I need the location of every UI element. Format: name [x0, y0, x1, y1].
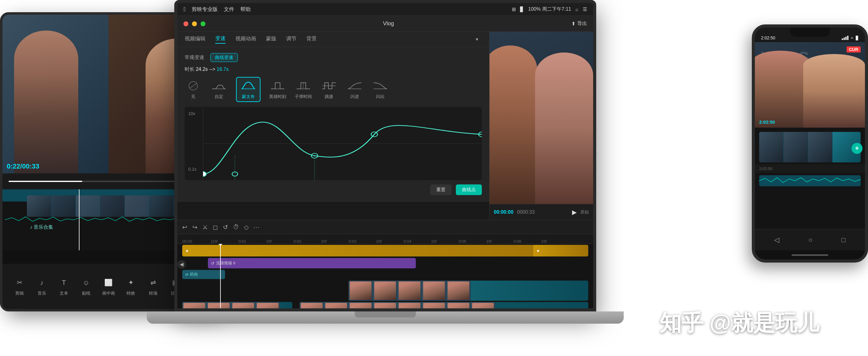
ruler-tick-15f: |15f [211, 239, 217, 244]
phone-battery-icon: ▊ [856, 36, 859, 40]
chart-y-max: 10x [188, 111, 195, 116]
preset-none[interactable]: 无 [185, 79, 202, 100]
subtitle-icon: ↺ [211, 261, 214, 265]
right-duration: 0000:33 [517, 209, 535, 215]
menubar-battery-icon: ▊ [520, 6, 524, 12]
tab-bg[interactable]: 背景 [306, 35, 317, 43]
video-track-2[interactable]: Vlog.mp4 3.0s [182, 302, 292, 308]
watermark: 知乎 @就是玩儿 [659, 308, 819, 338]
signal-bar-1 [842, 38, 843, 40]
track-row-effect: ⟳ 药伤 [177, 269, 593, 280]
tablet-tool-music[interactable]: ♪ 音乐 [36, 277, 48, 296]
tablet-tool-text[interactable]: T 文本 [58, 277, 70, 296]
signal-bars [842, 36, 848, 40]
preset-flashout[interactable]: 闪出 [372, 79, 389, 100]
video-thumb-10 [300, 302, 324, 308]
menu-help[interactable]: 帮助 [240, 6, 251, 13]
tablet-tool-sticker-label: 贴纸 [82, 291, 91, 296]
preset-flashout-icon [372, 79, 389, 92]
phone-thumb-1 [759, 132, 784, 163]
split-button[interactable]: ⚔ [203, 223, 208, 231]
timeline-toolbar: ↩ ↪ ⚔ ◻ ↺ ⏱ ◇ ⋯ [177, 220, 593, 234]
preset-jumpcut[interactable]: 跳接 [320, 79, 338, 100]
preset-flashin-label: 闪进 [350, 94, 359, 100]
music-track-1[interactable]: ★ [182, 245, 588, 256]
phone-person-right [803, 54, 865, 128]
traffic-light-close[interactable] [183, 22, 188, 26]
video-thumb-5 [446, 281, 471, 301]
preset-custom-label: 自定 [215, 94, 223, 100]
more-button[interactable]: ⋯ [253, 223, 259, 231]
traffic-light-minimize[interactable] [192, 22, 197, 26]
preset-flashin[interactable]: 闪进 [346, 79, 363, 100]
traffic-light-fullscreen[interactable] [200, 22, 206, 26]
preset-bullet[interactable]: 子弹时间 [295, 79, 312, 100]
tablet-photo-left [2, 15, 119, 173]
tablet-tool-sticker[interactable]: ☺ 贴纸 [80, 277, 92, 296]
tablet-tool-music-label: 音乐 [38, 291, 46, 296]
preset-jumpcut-label: 跳接 [325, 94, 333, 100]
tablet-tool-pip[interactable]: ⬜ 画中画 [102, 277, 115, 296]
menu-app[interactable]: 剪映专业版 [192, 6, 218, 13]
preset-custom[interactable]: 自定 [210, 79, 227, 100]
curve-speed-button[interactable]: 曲线变速 [210, 53, 238, 62]
right-timecode: 00:00:00 [494, 209, 513, 215]
phone-back-button[interactable]: ◁ [774, 236, 779, 244]
music-star-icon: ★ [185, 249, 189, 253]
effect-track[interactable]: ⟳ 药伤 [182, 270, 225, 279]
video-thumb-11 [324, 302, 348, 308]
tab-video-anim[interactable]: 视频动画 [236, 35, 256, 43]
crop-button[interactable]: ◻ [213, 223, 218, 231]
tab-video-edit[interactable]: 视频编辑 [185, 35, 206, 43]
undo-button[interactable]: ↩ [182, 223, 187, 231]
speed-presets: 无 自定 [185, 77, 482, 102]
preset-jumpcut-icon [320, 79, 338, 92]
subtitle-track[interactable]: ↺ 流浪熊猫 II [208, 258, 416, 269]
redo-button[interactable]: ↪ [192, 223, 197, 231]
text-icon: T [58, 277, 70, 289]
music-star-icon2: ★ [536, 249, 540, 253]
export-button[interactable]: ⬆ 导出 [571, 21, 587, 27]
preset-hero[interactable]: 英雄时刻 [269, 79, 286, 100]
music-track-1b[interactable]: ★ [533, 245, 588, 256]
phone-notch [790, 28, 830, 37]
video-track-1[interactable]: Vlog.mp4 5.6s [348, 281, 588, 301]
menubar-list-icon[interactable]: ☰ [583, 6, 587, 12]
phone-device: 2:02:50 ≈ ▊ VLOG CUR 2:02:50 [752, 25, 868, 262]
app-window: Vlog ⬆ 导出 视频编辑 变速 视频动画 [177, 16, 593, 308]
phone-audio-track[interactable] [759, 175, 861, 186]
tablet-tool-cut[interactable]: ✂ 剪辑 [13, 277, 26, 296]
speed-button[interactable]: ⏱ [233, 223, 239, 230]
menu-file[interactable]: 文件 [224, 6, 234, 13]
tab-speed[interactable]: 变速 [215, 35, 226, 44]
phone-home-button[interactable]: ○ [808, 236, 812, 244]
effect-icon: ✦ [125, 277, 137, 289]
preset-none-icon [185, 79, 202, 92]
timeline-scroll-left[interactable]: ◀ [177, 260, 186, 269]
video-track-2b[interactable] [300, 302, 588, 308]
right-play-button[interactable]: ▶ [572, 209, 577, 216]
preset-montage[interactable]: 蒙太奇 [236, 77, 260, 102]
tabs-dropdown[interactable]: ▾ [472, 35, 482, 44]
phone-apps-button[interactable]: □ [841, 236, 845, 244]
tab-adjust[interactable]: 调节 [286, 35, 297, 43]
ruler-tick-01: 0:01 [239, 239, 246, 244]
tablet-tool-effect-label: 特效 [127, 291, 135, 296]
video-thumb-13 [373, 302, 398, 308]
add-point-button[interactable]: 曲线点 [456, 184, 482, 195]
phone-video-track[interactable] [759, 132, 861, 163]
app-titlebar: Vlog ⬆ 导出 [177, 16, 593, 32]
duration-result: 16.7s [216, 67, 228, 72]
keyframe-button[interactable]: ◇ [244, 223, 249, 231]
loop-button[interactable]: ↺ [223, 223, 228, 231]
video-thumb-3 [398, 281, 422, 301]
ruler-tick-15f6: 15f [486, 239, 492, 244]
reset-button[interactable]: 重置 [430, 184, 452, 195]
menubar-search-icon[interactable]: ⌕ [576, 7, 579, 12]
phone-add-button[interactable]: + [851, 143, 863, 154]
tab-mask[interactable]: 蒙版 [266, 35, 276, 43]
right-preview-panel: 00:00:00 0000:33 ▶ 原始 [489, 32, 593, 220]
phone-timecode: 2:02:50 [759, 119, 775, 124]
tablet-tool-effect[interactable]: ✦ 特效 [125, 277, 137, 296]
tablet-tool-text-label: 文本 [60, 291, 68, 296]
